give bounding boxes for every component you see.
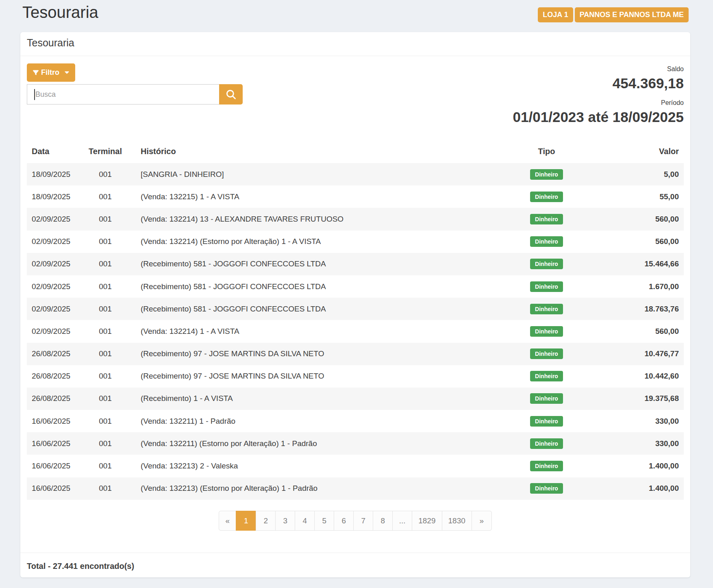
cell-data: 18/09/2025 (27, 163, 75, 185)
pagination-page-8[interactable]: 8 (373, 511, 393, 531)
cell-data: 02/09/2025 (27, 208, 75, 230)
cell-data: 26/08/2025 (27, 343, 75, 365)
filter-button[interactable]: Filtro (27, 63, 75, 82)
cell-historico: (Recebimento) 97 - JOSE MARTINS DA SILVA… (136, 343, 462, 365)
cell-valor: 1.670,00 (631, 275, 684, 298)
cell-tipo: Dinheiro (462, 388, 631, 410)
search-input[interactable] (27, 84, 219, 105)
column-header-historico: Histórico (136, 142, 462, 163)
pagination-page-4[interactable]: 4 (295, 511, 315, 531)
cell-historico: (Venda: 132214) 13 - ALEXANDRE TAVARES F… (136, 208, 462, 230)
column-header-tipo: Tipo (462, 142, 631, 163)
cell-valor: 1.400,00 (631, 477, 684, 500)
cell-tipo: Dinheiro (462, 208, 631, 230)
pagination-wrap: «12345678...18291830» (27, 511, 684, 531)
cell-tipo: Dinheiro (462, 320, 631, 342)
pagination-page-2[interactable]: 2 (256, 511, 276, 531)
cell-terminal: 001 (75, 163, 136, 185)
tipo-badge: Dinheiro (530, 236, 563, 247)
tipo-badge: Dinheiro (530, 371, 563, 381)
page-header: Tesouraria LOJA 1 PANNOS E PANNOS LTDA M… (0, 0, 713, 22)
table-row: 02/09/2025001(Venda: 132214) 13 - ALEXAN… (27, 208, 684, 230)
table-row: 02/09/2025001(Venda: 132214) 1 - A VISTA… (27, 320, 684, 342)
table-row: 02/09/2025001(Recebimento) 581 - JOGGOFI… (27, 298, 684, 320)
cell-terminal: 001 (75, 455, 136, 477)
cell-valor: 330,00 (631, 410, 684, 432)
cell-data: 02/09/2025 (27, 320, 75, 342)
pagination-page-5[interactable]: 5 (314, 511, 334, 531)
toolbar-left: Filtro (27, 63, 243, 124)
cell-valor: 560,00 (631, 231, 684, 253)
cell-historico: (Venda: 132214) 1 - A VISTA (136, 320, 462, 342)
tipo-badge: Dinheiro (530, 326, 563, 337)
search-button[interactable] (219, 84, 243, 105)
table-row: 16/06/2025001(Venda: 132213) 2 - Valeska… (27, 455, 684, 477)
cell-data: 16/06/2025 (27, 432, 75, 455)
page-title: Tesouraria (22, 3, 98, 21)
pagination-page-...[interactable]: ... (392, 511, 412, 531)
company-button[interactable]: PANNOS E PANNOS LTDA ME (575, 7, 689, 22)
pagination-page-1829[interactable]: 1829 (412, 511, 442, 531)
pagination-page-3[interactable]: 3 (275, 511, 295, 531)
tipo-badge: Dinheiro (530, 438, 563, 449)
periodo-label: Período (513, 99, 684, 107)
cell-terminal: 001 (75, 208, 136, 230)
periodo-value: 01/01/2023 até 18/09/2025 (513, 109, 684, 125)
cell-terminal: 001 (75, 343, 136, 365)
card-title: Tesouraria (27, 37, 684, 48)
column-header-valor: Valor (631, 142, 684, 163)
tipo-badge: Dinheiro (530, 169, 563, 180)
pagination-page-1830[interactable]: 1830 (442, 511, 472, 531)
cell-data: 26/08/2025 (27, 365, 75, 388)
cell-tipo: Dinheiro (462, 410, 631, 432)
tipo-badge: Dinheiro (530, 304, 563, 314)
cell-terminal: 001 (75, 298, 136, 320)
cell-tipo: Dinheiro (462, 185, 631, 208)
table-row: 18/09/2025001[SANGRIA - DINHEIRO]Dinheir… (27, 163, 684, 185)
cell-data: 02/09/2025 (27, 231, 75, 253)
table-row: 26/08/2025001(Recebimento) 1 - A VISTADi… (27, 388, 684, 410)
cell-terminal: 001 (75, 253, 136, 275)
cell-tipo: Dinheiro (462, 275, 631, 298)
search-icon (226, 90, 236, 99)
cell-historico: (Venda: 132211) (Estorno por Alteração) … (136, 432, 462, 455)
pagination-page-6[interactable]: 6 (334, 511, 354, 531)
tipo-badge: Dinheiro (530, 393, 563, 404)
pagination-page-7[interactable]: 7 (353, 511, 373, 531)
cell-valor: 560,00 (631, 320, 684, 342)
pagination-next[interactable]: » (472, 511, 492, 531)
cell-tipo: Dinheiro (462, 163, 631, 185)
cell-valor: 18.763,76 (631, 298, 684, 320)
cell-tipo: Dinheiro (462, 432, 631, 455)
cell-terminal: 001 (75, 231, 136, 253)
pagination: «12345678...18291830» (219, 511, 492, 531)
table-row: 02/09/2025001(Venda: 132214) (Estorno po… (27, 231, 684, 253)
summary-block: Saldo 454.369,18 Período 01/01/2023 até … (513, 63, 684, 124)
cell-historico: (Recebimento) 581 - JOGGOFI CONFECCOES L… (136, 253, 462, 275)
cell-valor: 330,00 (631, 432, 684, 455)
cell-valor: 1.400,00 (631, 455, 684, 477)
cell-valor: 55,00 (631, 185, 684, 208)
header-buttons: LOJA 1 PANNOS E PANNOS LTDA ME (538, 3, 689, 22)
table-row: 26/08/2025001(Recebimento) 97 - JOSE MAR… (27, 365, 684, 388)
treasury-card: Tesouraria Filtro (20, 32, 690, 577)
search-group (27, 84, 243, 105)
cell-valor: 19.375,68 (631, 388, 684, 410)
column-header-terminal: Terminal (75, 142, 136, 163)
column-header-data: Data (27, 142, 75, 163)
store-button[interactable]: LOJA 1 (538, 7, 573, 22)
cell-tipo: Dinheiro (462, 455, 631, 477)
pagination-page-1[interactable]: 1 (236, 511, 256, 531)
cell-historico: (Venda: 132211) 1 - Padrão (136, 410, 462, 432)
cell-terminal: 001 (75, 365, 136, 388)
cell-terminal: 001 (75, 410, 136, 432)
filter-button-label: Filtro (41, 68, 59, 77)
cell-terminal: 001 (75, 275, 136, 298)
cell-tipo: Dinheiro (462, 298, 631, 320)
table-header-row: Data Terminal Histórico Tipo Valor (27, 142, 684, 163)
cell-historico: (Venda: 132214) (Estorno por Alteração) … (136, 231, 462, 253)
cell-historico: (Recebimento) 581 - JOGGOFI CONFECCOES L… (136, 275, 462, 298)
tipo-badge: Dinheiro (530, 214, 563, 224)
pagination-prev[interactable]: « (219, 511, 236, 531)
table-row: 16/06/2025001(Venda: 132211) 1 - PadrãoD… (27, 410, 684, 432)
